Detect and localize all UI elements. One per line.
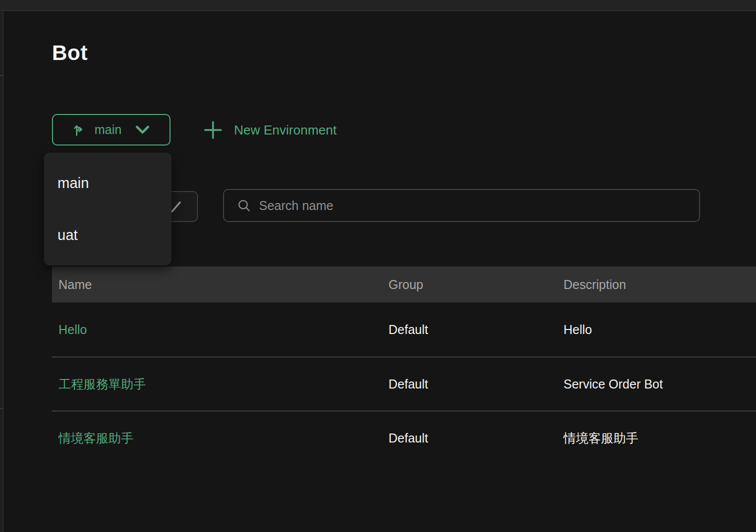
branch-option-uat[interactable]: uat: [44, 217, 172, 253]
rail-divider: [0, 408, 4, 409]
table-row: Hello Default Hello: [52, 302, 756, 356]
bot-group: Default: [388, 302, 554, 356]
bot-group: Default: [388, 412, 554, 464]
rail-divider: [0, 75, 4, 76]
bot-description: Service Order Bot: [564, 358, 754, 410]
bot-name-link[interactable]: 情境客服助手: [58, 430, 134, 446]
branch-option-main[interactable]: main: [44, 165, 172, 201]
bot-description: Hello: [564, 302, 754, 356]
branch-selector-button[interactable]: main: [52, 114, 170, 146]
git-branch-icon: [72, 122, 86, 138]
new-environment-button[interactable]: New Environment: [204, 114, 336, 146]
column-header-name: Name: [58, 266, 378, 302]
branch-dropdown-menu: main uat: [44, 152, 172, 266]
table-row: 情境客服助手 Default 情境客服助手: [52, 410, 756, 464]
new-environment-label: New Environment: [234, 122, 336, 138]
bot-name-link[interactable]: Hello: [58, 322, 87, 337]
search-icon: [237, 198, 251, 212]
collapsed-sidebar-rail[interactable]: [0, 12, 4, 532]
column-header-description: Description: [564, 266, 754, 302]
bot-name-link[interactable]: 工程服務單助手: [58, 376, 146, 392]
search-box: [223, 189, 700, 222]
chevron-down-icon: [134, 124, 151, 136]
plus-icon: [204, 121, 222, 139]
branch-selector-value: main: [94, 122, 122, 137]
bot-table: Name Group Description Hello Default Hel…: [52, 266, 756, 464]
bot-group: Default: [388, 358, 554, 410]
table-header-row: Name Group Description: [52, 266, 756, 302]
search-input[interactable]: [259, 198, 690, 213]
column-header-group: Group: [388, 266, 554, 302]
bot-description: 情境客服助手: [564, 412, 754, 464]
page-title: Bot: [52, 41, 88, 65]
table-row: 工程服務單助手 Default Service Order Bot: [52, 356, 756, 410]
top-bar: [0, 0, 756, 11]
